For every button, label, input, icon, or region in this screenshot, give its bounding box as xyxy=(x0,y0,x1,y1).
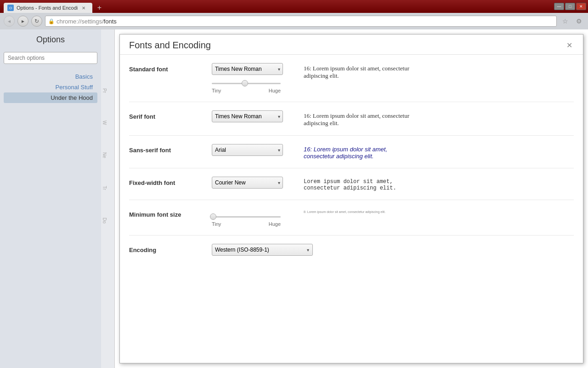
sidebar-item-personal-stuff[interactable]: Personal Stuff xyxy=(4,82,97,92)
browser-content: Options Basics Personal Stuff Under the … xyxy=(0,29,588,368)
min-font-slider[interactable]: Tiny Huge xyxy=(212,213,294,227)
sans-serif-font-row: Sans-serif font Arial Verdana Helvetica … xyxy=(129,136,574,168)
window-controls: — □ ✕ xyxy=(554,3,586,10)
url-path-part: fonts xyxy=(104,18,117,25)
tab-favicon: O xyxy=(7,5,14,11)
titlebar: O Options - Fonts and Encodi ✕ + — □ ✕ xyxy=(0,0,588,13)
encoding-controls: Western (ISO-8859-1) Unicode (UTF-8) Cen… xyxy=(212,244,294,256)
slider-tiny-label: Tiny xyxy=(212,88,221,93)
standard-font-slider[interactable]: Tiny Huge xyxy=(212,80,294,93)
sans-serif-font-select[interactable]: Arial Verdana Helvetica xyxy=(212,144,283,156)
standard-font-preview: 16: Lorem ipsum dolor sit amet, consecte… xyxy=(304,63,574,80)
serif-font-preview: 16: Lorem ipsum dolor sit amet, consecte… xyxy=(304,110,574,127)
address-bar: ◂ ▸ ↻ 🔒 chrome://settings/fonts ☆ ⚙ xyxy=(0,13,588,29)
forward-button[interactable]: ▸ xyxy=(17,16,28,27)
dialog-title: Fonts and Encoding xyxy=(129,40,211,51)
fixed-width-font-controls: Courier New Lucida Console Monaco xyxy=(212,177,294,189)
bookmark-star-icon[interactable]: ☆ xyxy=(560,16,571,27)
sans-serif-font-controls: Arial Verdana Helvetica xyxy=(212,144,294,156)
encoding-label: Encoding xyxy=(129,244,203,253)
min-font-size-preview: 8: Lorem ipsum dolor sit amet, consectet… xyxy=(304,208,574,213)
tab-close-button[interactable]: ✕ xyxy=(80,5,87,11)
active-tab[interactable]: O Options - Fonts and Encodi ✕ xyxy=(4,3,92,13)
dialog-body: Standard font Times New Roman Arial Geor… xyxy=(120,55,583,264)
sidebar-item-under-the-hood[interactable]: Under the Hood xyxy=(4,92,97,103)
standard-font-row: Standard font Times New Roman Arial Geor… xyxy=(129,55,574,102)
url-icon: 🔒 xyxy=(48,18,55,24)
min-slider-huge-label: Huge xyxy=(269,221,281,227)
sidebar-item-basics[interactable]: Basics xyxy=(4,71,97,82)
standard-font-controls: Times New Roman Arial Georgia Ti xyxy=(212,63,294,93)
min-slider-tiny-label: Tiny xyxy=(212,221,221,227)
dialog-header: Fonts and Encoding ✕ xyxy=(120,34,583,55)
serif-font-select-wrapper: Times New Roman Georgia Palatino xyxy=(212,110,283,122)
encoding-preview xyxy=(304,244,574,246)
serif-font-label: Serif font xyxy=(129,110,203,120)
encoding-row: Encoding Western (ISO-8859-1) Unicode (U… xyxy=(129,236,574,264)
fixed-width-font-preview: Lorem ipsum dolor sit amet, consectetur … xyxy=(304,177,574,191)
sans-serif-font-select-wrapper: Arial Verdana Helvetica xyxy=(212,144,283,156)
sans-serif-font-label: Sans-serif font xyxy=(129,144,203,154)
fixed-width-font-select-wrapper: Courier New Lucida Console Monaco xyxy=(212,177,283,189)
serif-font-controls: Times New Roman Georgia Palatino xyxy=(212,110,294,122)
sans-serif-font-preview: 16: Lorem ipsum dolor sit amet, consecte… xyxy=(304,144,574,160)
sidebar: Options Basics Personal Stuff Under the … xyxy=(0,29,101,368)
sidebar-title: Options xyxy=(4,35,97,45)
slider-huge-label: Huge xyxy=(269,88,281,93)
tab-title: Options - Fonts and Encodi xyxy=(17,5,78,11)
serif-font-select[interactable]: Times New Roman Georgia Palatino xyxy=(212,110,283,122)
tab-bar: O Options - Fonts and Encodi ✕ + xyxy=(2,0,104,13)
settings-wrench-icon[interactable]: ⚙ xyxy=(573,16,584,27)
minimize-button[interactable]: — xyxy=(554,3,564,10)
dialog-close-button[interactable]: ✕ xyxy=(565,41,574,50)
reload-button[interactable]: ↻ xyxy=(31,16,42,27)
standard-font-label: Standard font xyxy=(129,63,203,73)
fixed-width-font-label: Fixed-width font xyxy=(129,177,203,186)
search-input[interactable] xyxy=(4,52,97,64)
new-tab-button[interactable]: + xyxy=(94,3,104,13)
encoding-select[interactable]: Western (ISO-8859-1) Unicode (UTF-8) Cen… xyxy=(212,244,313,256)
standard-font-select-wrapper: Times New Roman Arial Georgia xyxy=(212,63,283,75)
maximize-button[interactable]: □ xyxy=(565,3,575,10)
fixed-width-font-select[interactable]: Courier New Lucida Console Monaco xyxy=(212,177,283,189)
url-chrome-part: chrome://settings/ xyxy=(57,18,104,25)
standard-font-select[interactable]: Times New Roman Arial Georgia xyxy=(212,63,283,75)
serif-font-row: Serif font Times New Roman Georgia Palat… xyxy=(129,102,574,136)
middle-strip: Pr W Ne Tr Do xyxy=(101,29,115,368)
close-button[interactable]: ✕ xyxy=(576,3,586,10)
min-font-size-label: Minimum font size xyxy=(129,208,203,218)
fixed-width-font-row: Fixed-width font Courier New Lucida Cons… xyxy=(129,168,574,200)
encoding-select-wrapper: Western (ISO-8859-1) Unicode (UTF-8) Cen… xyxy=(212,244,313,256)
url-text: chrome://settings/fonts xyxy=(57,18,554,25)
min-font-size-row: Minimum font size Tiny Huge xyxy=(129,200,574,236)
url-bar[interactable]: 🔒 chrome://settings/fonts xyxy=(45,16,557,27)
min-font-size-controls: Tiny Huge xyxy=(212,208,294,227)
back-button[interactable]: ◂ xyxy=(4,16,15,27)
fonts-dialog: Fonts and Encoding ✕ Standard font Times… xyxy=(119,34,583,363)
main-content: Fonts and Encoding ✕ Standard font Times… xyxy=(115,29,588,368)
